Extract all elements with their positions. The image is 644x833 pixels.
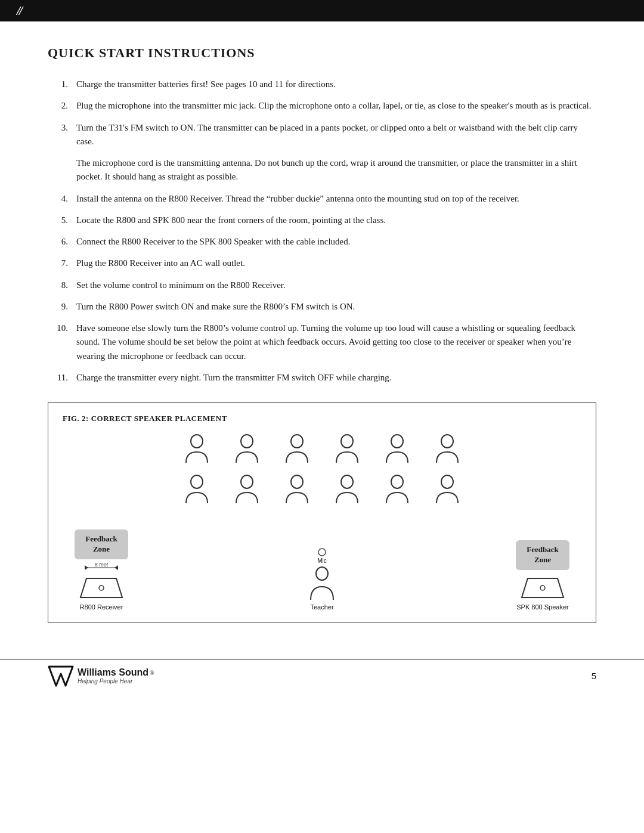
figure-title: Fig. 2: Correct Speaker Placement <box>63 414 581 423</box>
mic-dot-icon <box>317 547 327 557</box>
teacher-icon <box>306 566 338 601</box>
svg-point-19 <box>318 549 326 556</box>
list-num: 8. <box>48 278 76 292</box>
list-num: 6. <box>48 235 76 249</box>
svg-point-8 <box>291 475 303 488</box>
student-icon <box>180 433 213 466</box>
speaker-label: SPK 800 Speaker <box>516 603 568 611</box>
svg-point-11 <box>441 475 453 488</box>
list-text: Plug the R800 Receiver into an AC wall o… <box>76 256 596 270</box>
svg-point-9 <box>341 475 353 488</box>
student-icon <box>330 473 364 507</box>
list-num: 3. <box>48 121 76 135</box>
list-item: 11. Charge the transmitter every night. … <box>48 371 596 385</box>
list-item: 3. Turn the T31's FM switch to ON. The t… <box>48 121 596 149</box>
list-text: Connect the R800 Receiver to the SPK 800… <box>76 235 596 249</box>
footer-brand-text: Williams Sound ® Helping People Hear <box>78 667 154 685</box>
page-title: Quick Start Instructions <box>48 45 596 61</box>
top-bar: // <box>0 0 644 21</box>
svg-point-23 <box>540 586 545 590</box>
page-title-text: Quick Start Instructions <box>48 45 255 60</box>
list-num: 4. <box>48 192 76 206</box>
svg-point-20 <box>316 567 328 580</box>
student-icon <box>380 433 414 466</box>
list-num: 10. <box>48 321 76 335</box>
mic-label: Mic <box>317 558 327 564</box>
list-num: 5. <box>48 213 76 227</box>
figure-box: Fig. 2: Correct Speaker Placement <box>48 402 596 623</box>
list-num: 1. <box>48 78 76 91</box>
receiver-icon <box>78 574 125 601</box>
list-text: Install the antenna on the R800 Receiver… <box>76 192 596 206</box>
instructions-list-2: 4. Install the antenna on the R800 Recei… <box>48 192 596 385</box>
right-equipment: FeedbackZone SPK 800 Speaker <box>516 540 569 611</box>
sub-para-indent <box>48 156 76 184</box>
list-text: Set the volume control to minimum on the… <box>76 278 596 292</box>
list-item: 8. Set the volume control to minimum on … <box>48 278 596 292</box>
student-icon <box>431 433 464 466</box>
student-row-1 <box>180 433 464 466</box>
figure-diagram: FeedbackZone 6 feet <box>63 433 581 611</box>
svg-text:6 feet: 6 feet <box>95 563 109 568</box>
list-text: Plug the microphone into the transmitter… <box>76 99 596 113</box>
student-icon <box>330 433 364 466</box>
left-equipment: FeedbackZone 6 feet <box>75 529 128 611</box>
feet-arrow: 6 feet <box>83 563 119 572</box>
list-item: 1. Charge the transmitter batteries firs… <box>48 78 596 91</box>
footer-tagline: Helping People Hear <box>78 678 154 685</box>
svg-point-10 <box>391 475 403 488</box>
page-number: 5 <box>592 671 596 681</box>
list-num: 2. <box>48 99 76 113</box>
footer-logo: Williams Sound ® Helping People Hear <box>48 665 154 687</box>
list-text: Locate the R800 and SPK 800 near the fro… <box>76 213 596 227</box>
williams-sound-logo-icon <box>48 665 74 687</box>
list-item: 4. Install the antenna on the R800 Recei… <box>48 192 596 206</box>
speaker-icon <box>519 574 566 601</box>
list-item: 9. Turn the R800 Power switch ON and mak… <box>48 300 596 314</box>
registered-mark: ® <box>150 670 154 676</box>
teacher-label: Teacher <box>310 603 333 611</box>
list-text: Charge the transmitter batteries first! … <box>76 78 596 91</box>
student-icon <box>280 433 314 466</box>
footer: Williams Sound ® Helping People Hear 5 <box>0 659 644 699</box>
svg-marker-13 <box>85 565 88 570</box>
teacher-item: Mic Teacher <box>306 547 338 611</box>
list-text: Charge the transmitter every night. Turn… <box>76 371 596 385</box>
receiver-label: R800 Receiver <box>80 603 123 611</box>
list-item: 5. Locate the R800 and SPK 800 near the … <box>48 213 596 227</box>
svg-point-1 <box>241 435 253 448</box>
equipment-row: FeedbackZone 6 feet <box>63 529 581 611</box>
list-text: Have someone else slowly turn the R800’s… <box>76 321 596 363</box>
main-content: Quick Start Instructions 1. Charge the t… <box>0 21 644 653</box>
list-item: 10. Have someone else slowly turn the R8… <box>48 321 596 363</box>
sub-para-text: The microphone cord is the transmitting … <box>76 156 596 184</box>
student-icon <box>280 473 314 507</box>
sub-paragraph: The microphone cord is the transmitting … <box>48 156 596 184</box>
svg-point-4 <box>391 435 403 448</box>
svg-marker-14 <box>114 565 118 570</box>
students-area <box>63 433 581 514</box>
svg-point-0 <box>191 435 203 448</box>
list-num: 7. <box>48 256 76 270</box>
list-item: 6. Connect the R800 Receiver to the SPK … <box>48 235 596 249</box>
svg-point-5 <box>441 435 453 448</box>
list-text: Turn the T31's FM switch to ON. The tran… <box>76 121 596 149</box>
footer-brand-name: Williams Sound <box>78 667 148 678</box>
student-icon <box>380 473 414 507</box>
svg-point-3 <box>341 435 353 448</box>
student-icon <box>180 473 213 507</box>
feedback-zone-right-label: FeedbackZone <box>527 545 558 564</box>
student-icon <box>230 473 264 507</box>
list-num: 11. <box>48 371 76 385</box>
list-num: 9. <box>48 300 76 314</box>
student-icon <box>230 433 264 466</box>
fig-label: Fig. 2: Correct Speaker Placement <box>63 414 227 423</box>
svg-point-6 <box>191 475 203 488</box>
list-text: Turn the R800 Power switch ON and make s… <box>76 300 596 314</box>
svg-point-7 <box>241 475 253 488</box>
instructions-list: 1. Charge the transmitter batteries firs… <box>48 78 596 148</box>
feedback-zone-left-label: FeedbackZone <box>85 534 117 553</box>
list-item: 7. Plug the R800 Receiver into an AC wal… <box>48 256 596 270</box>
student-icon <box>431 473 464 507</box>
feedback-zone-left: FeedbackZone <box>75 529 128 559</box>
